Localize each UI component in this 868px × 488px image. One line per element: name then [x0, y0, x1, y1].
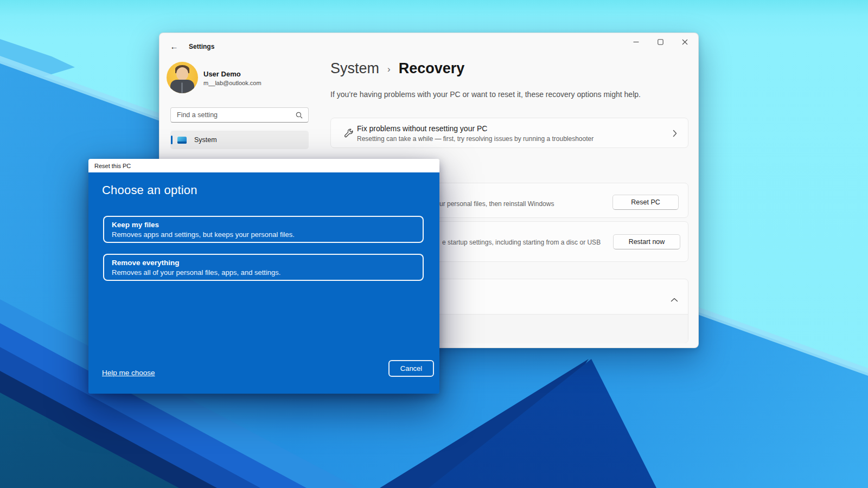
search-icon — [296, 112, 303, 119]
search-box — [170, 107, 309, 123]
avatar-face — [176, 67, 188, 80]
back-arrow-icon: ← — [170, 42, 178, 51]
sidebar-item-system[interactable]: System — [170, 131, 309, 149]
dialog-body: Choose an option Keep my files Removes a… — [88, 172, 439, 394]
close-icon — [682, 39, 688, 45]
option-title: Remove everything — [112, 259, 180, 267]
card-subtitle-fragment: ur personal files, then reinstall Window… — [439, 200, 554, 208]
card-title: Fix problems without resetting your PC — [357, 124, 487, 133]
chevron-up-icon — [671, 294, 678, 304]
maximize-icon — [658, 39, 663, 45]
option-title: Keep my files — [112, 221, 159, 229]
option-description: Removes all of your personal files, apps… — [112, 268, 280, 277]
selection-accent-bar — [171, 136, 173, 144]
system-monitor-icon — [177, 137, 187, 144]
avatar[interactable] — [167, 62, 198, 93]
desktop: ← Settings User Demo m__lab@outlook.com — [0, 0, 868, 488]
back-button[interactable]: ← — [167, 40, 181, 53]
option-keep-my-files[interactable]: Keep my files Removes apps and settings,… — [103, 216, 424, 243]
window-title: Settings — [189, 43, 214, 50]
account-name[interactable]: User Demo — [203, 70, 241, 78]
minimize-icon — [633, 39, 639, 45]
page-description: If you’re having problems with your PC o… — [330, 90, 641, 99]
caption-buttons — [624, 34, 697, 50]
card-subtitle: Resetting can take a while — first, try … — [357, 135, 593, 143]
option-description: Removes apps and settings, but keeps you… — [112, 230, 295, 239]
help-me-choose-link[interactable]: Help me choose — [102, 369, 155, 377]
wrench-icon — [343, 127, 354, 141]
account-email: m__lab@outlook.com — [203, 80, 261, 86]
page-title: Recovery — [399, 60, 465, 77]
cancel-button[interactable]: Cancel — [388, 360, 434, 377]
reset-pc-button[interactable]: Reset PC — [612, 195, 679, 210]
dialog-title: Reset this PC — [94, 163, 131, 169]
card-fix-problems[interactable]: Fix problems without resetting your PC R… — [330, 118, 688, 148]
breadcrumb-parent[interactable]: System — [330, 60, 379, 77]
reset-this-pc-dialog: Reset this PC Choose an option Keep my f… — [88, 159, 439, 394]
maximize-button[interactable] — [648, 34, 673, 50]
dialog-heading: Choose an option — [102, 183, 197, 197]
option-remove-everything[interactable]: Remove everything Removes all of your pe… — [103, 254, 424, 281]
avatar-hoodie-zip — [181, 82, 183, 93]
card-subtitle-fragment: e startup settings, including starting f… — [442, 239, 601, 246]
dialog-titlebar: Reset this PC — [88, 159, 439, 172]
restart-now-button[interactable]: Restart now — [613, 234, 680, 249]
search-input[interactable] — [171, 111, 296, 119]
sidebar-item-label: System — [194, 136, 217, 144]
breadcrumb: System › Recovery — [330, 60, 464, 77]
chevron-right-icon: › — [387, 64, 391, 75]
chevron-right-icon — [673, 130, 677, 139]
close-button[interactable] — [673, 34, 697, 50]
minimize-button[interactable] — [624, 34, 648, 50]
